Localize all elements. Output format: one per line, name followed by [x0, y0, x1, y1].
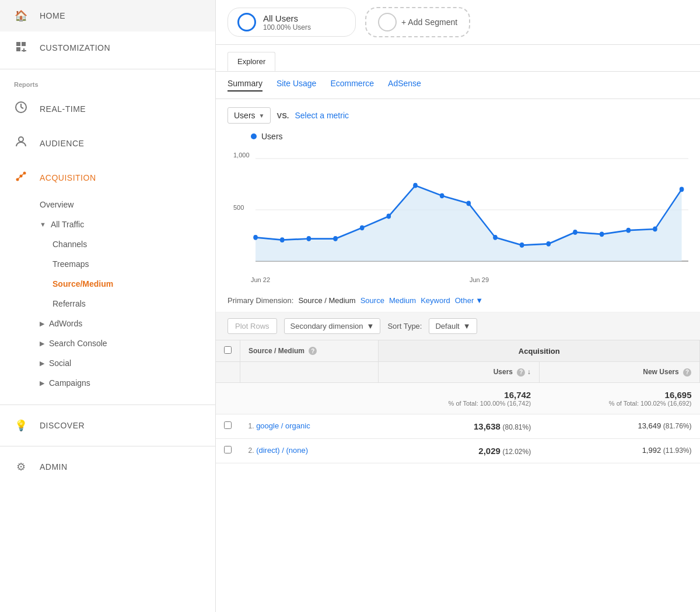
sidebar-sub-treemaps[interactable]: Treemaps	[0, 254, 215, 274]
svg-point-31	[573, 230, 578, 235]
chart-container: Users 1,000 500	[216, 132, 700, 289]
select-metric-link[interactable]: Select a metric	[295, 111, 349, 120]
primary-dim-other[interactable]: Other ▼	[455, 296, 483, 305]
discover-icon: 💡	[14, 419, 28, 432]
svg-line-7	[21, 107, 23, 108]
tab-ecommerce[interactable]: Ecommerce	[330, 79, 374, 92]
tab-explorer[interactable]: Explorer	[228, 52, 275, 71]
sidebar-sub-source-medium[interactable]: Source/Medium	[0, 274, 215, 294]
row1-new-users: 13,649 (81.76%)	[539, 414, 699, 438]
explorer-tabs: Explorer	[216, 45, 700, 72]
metric-dropdown[interactable]: Users ▼	[228, 107, 271, 124]
select-all-checkbox[interactable]	[224, 346, 232, 354]
row2-new-users-main: 1,992	[642, 446, 662, 455]
add-segment-button[interactable]: + Add Segment	[365, 7, 470, 37]
sort-type-dropdown[interactable]: Default ▼	[429, 318, 477, 334]
realtime-icon	[14, 101, 28, 117]
row2-new-users: 1,992 (11.93%)	[539, 438, 699, 463]
row2-check[interactable]	[224, 446, 232, 453]
arrow-icon: ▼	[40, 221, 46, 228]
total-checkbox-cell	[216, 382, 240, 414]
table-row: 1. google / organic 13,638 (80.81%) 13,6…	[216, 414, 700, 438]
primary-dim-medium[interactable]: Medium	[389, 296, 416, 305]
sidebar-sub-overview[interactable]: Overview	[0, 195, 215, 214]
row1-checkbox[interactable]	[216, 414, 240, 438]
arrow-icon-social: ▶	[40, 360, 44, 367]
row2-checkbox[interactable]	[216, 438, 240, 463]
sidebar-item-admin[interactable]: ⚙ ADMIN	[0, 451, 215, 483]
acquisition-icon	[14, 170, 28, 185]
sidebar-sub-search-console[interactable]: ▶ Search Console	[0, 333, 215, 353]
sidebar-sub-campaigns[interactable]: ▶ Campaigns	[0, 373, 215, 393]
sidebar-item-home[interactable]: 🏠 HOME	[0, 0, 215, 31]
sidebar-sub-channels[interactable]: Channels	[0, 234, 215, 254]
new-users-help-icon[interactable]: ?	[683, 368, 691, 377]
sidebar-item-audience[interactable]: AUDIENCE	[0, 126, 215, 160]
svg-line-13	[21, 173, 24, 176]
main-content: All Users 100.00% Users + Add Segment Ex…	[216, 0, 700, 612]
th-acquisition: Acquisition	[379, 340, 700, 362]
svg-rect-4	[22, 50, 26, 51]
svg-point-22	[333, 236, 338, 241]
row1-new-users-pct: (81.76%)	[663, 422, 692, 430]
segment-circle	[237, 13, 256, 31]
total-users-sub: % of Total: 100.00% (16,742)	[387, 400, 531, 407]
th-users[interactable]: Users ? ↓	[379, 362, 539, 383]
sidebar-item-acquisition[interactable]: ACQUISITION	[0, 160, 215, 195]
sidebar-sub-adwords[interactable]: ▶ AdWords	[0, 314, 215, 333]
sidebar-home-label: HOME	[40, 11, 65, 20]
sidebar-audience-label: AUDIENCE	[40, 139, 84, 148]
sidebar-item-realtime[interactable]: REAL-TIME	[0, 92, 215, 126]
chart-x-labels: Jun 22 Jun 29	[228, 274, 688, 283]
th-empty	[216, 362, 240, 383]
th-new-users[interactable]: New Users ?	[539, 362, 699, 383]
plot-rows-button[interactable]: Plot Rows	[228, 318, 277, 334]
primary-dim-source[interactable]: Source	[360, 296, 384, 305]
total-new-users-sub: % of Total: 100.02% (16,692)	[547, 400, 691, 407]
sidebar-sub-all-traffic[interactable]: ▼ All Traffic	[0, 214, 215, 234]
primary-dim-keyword[interactable]: Keyword	[421, 296, 450, 305]
svg-point-35	[680, 187, 684, 192]
secondary-dim-label: Secondary dimension	[290, 322, 363, 330]
row2-link[interactable]: (direct) / (none)	[256, 446, 308, 455]
source-medium-help-icon[interactable]: ?	[309, 347, 317, 355]
row1-source: 1. google / organic	[240, 414, 379, 438]
sidebar-item-discover[interactable]: 💡 DISCOVER	[0, 410, 215, 441]
tab-adsense[interactable]: AdSense	[388, 79, 421, 92]
sidebar-sub-social[interactable]: ▶ Social	[0, 353, 215, 373]
sidebar-sub-referrals[interactable]: Referrals	[0, 294, 215, 314]
other-label: Other	[455, 296, 474, 305]
row2-num: 2.	[249, 446, 254, 455]
table-total-row: 16,742 % of Total: 100.00% (16,742) 16,6…	[216, 382, 700, 414]
total-label-cell	[240, 382, 379, 414]
svg-point-23	[360, 225, 365, 230]
svg-point-19	[253, 235, 258, 240]
th-source-medium-2	[240, 362, 379, 383]
row1-users-pct: (80.81%)	[503, 423, 531, 431]
row1-link[interactable]: google / organic	[256, 421, 310, 430]
x-label-jun22: Jun 22	[251, 276, 270, 283]
chart-svg	[233, 146, 688, 274]
sidebar-discover-label: DISCOVER	[40, 421, 85, 430]
svg-point-27	[467, 201, 471, 206]
arrow-icon-search-console: ▶	[40, 340, 44, 347]
primary-dim-source-medium[interactable]: Source / Medium	[298, 296, 355, 305]
users-sort-icon: ↓	[527, 368, 531, 376]
th-checkbox[interactable]	[216, 340, 240, 362]
row1-check[interactable]	[224, 421, 232, 429]
sidebar-customization-label: CUSTOMIZATION	[40, 43, 110, 52]
segment-title: All Users	[263, 13, 311, 23]
all-users-segment[interactable]: All Users 100.00% Users	[228, 8, 356, 37]
sidebar-item-customization[interactable]: CUSTOMIZATION	[0, 31, 215, 64]
secondary-dimension-dropdown[interactable]: Secondary dimension ▼	[284, 318, 381, 334]
svg-point-28	[493, 235, 498, 240]
metric-dropdown-arrow: ▼	[259, 112, 265, 119]
sort-type-label: Sort Type:	[387, 322, 422, 330]
svg-point-32	[600, 231, 604, 237]
segment-bar: All Users 100.00% Users + Add Segment	[216, 0, 700, 45]
reports-section-label: Reports	[0, 74, 215, 92]
tab-site-usage[interactable]: Site Usage	[276, 79, 316, 92]
tab-summary[interactable]: Summary	[228, 79, 262, 92]
users-help-icon[interactable]: ?	[517, 368, 525, 377]
total-new-users-main: 16,695	[547, 390, 691, 400]
